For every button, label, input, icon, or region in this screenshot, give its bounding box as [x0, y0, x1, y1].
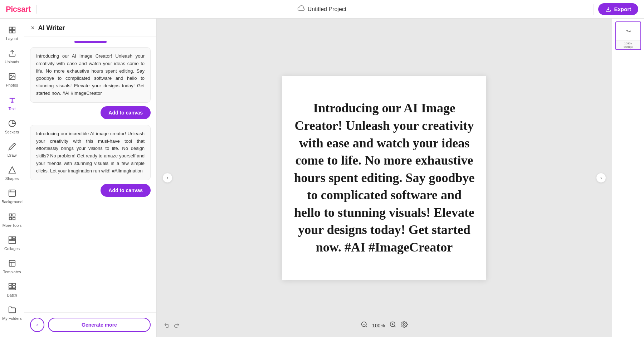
shapes-icon	[7, 165, 17, 175]
panel-close-button[interactable]: ×	[31, 24, 35, 32]
folder-icon	[7, 305, 17, 315]
export-button[interactable]: Export	[598, 3, 638, 15]
svg-rect-2	[9, 30, 11, 33]
svg-rect-0	[9, 27, 11, 30]
zoom-level: 100%	[372, 323, 385, 328]
svg-rect-3	[12, 30, 15, 33]
thumbnail-size-label: 1080x 1080px	[616, 41, 640, 49]
panel-top-bar-pill	[74, 41, 107, 43]
sidebar-label-templates: Templates	[3, 270, 21, 274]
add-canvas-row-1: Add to canvas	[30, 106, 151, 119]
sidebar-label-stickers: Stickers	[5, 130, 19, 135]
sidebar-label-text: Text	[8, 107, 15, 111]
thumbnail-image: Text	[616, 22, 641, 41]
right-panel: Text 1080x 1080px	[612, 19, 644, 337]
zoom-in-button[interactable]	[389, 321, 396, 330]
logo-text: Picsart	[6, 5, 31, 14]
sidebar-item-photos[interactable]: Photos	[0, 68, 24, 91]
sidebar-label-collages: Collages	[4, 246, 20, 251]
svg-line-29	[394, 326, 396, 327]
main-content: Layout Uploads Photos Text Stickers	[0, 19, 644, 337]
sidebar-item-layout[interactable]: Layout	[0, 21, 24, 45]
canvas-board[interactable]: Introducing our AI Image Creator! Unleas…	[282, 76, 486, 280]
sidebar-label-photos: Photos	[6, 83, 18, 88]
panel-footer: ‹ Generate more	[24, 312, 156, 337]
svg-rect-20	[9, 283, 11, 285]
undo-redo-controls	[164, 322, 180, 330]
sidebar-item-batch[interactable]: Batch	[0, 278, 24, 301]
sidebar-item-collages[interactable]: Collages	[0, 231, 24, 255]
result-text-2: Introducing our incredible AI image crea…	[36, 130, 145, 175]
sidebar-item-my-folders[interactable]: My Folders	[0, 301, 24, 324]
svg-point-32	[403, 324, 405, 326]
svg-rect-15	[12, 239, 15, 240]
panel-body: Introducing our AI Image Creator! Unleas…	[24, 36, 156, 312]
layout-icon	[7, 25, 17, 35]
sidebar-label-draw: Draw	[8, 153, 17, 158]
sidebar-label-background: Background	[1, 200, 23, 204]
add-to-canvas-button-2[interactable]: Add to canvas	[101, 184, 151, 197]
sidebar-item-stickers[interactable]: Stickers	[0, 115, 24, 138]
svg-rect-13	[9, 237, 11, 240]
redo-button[interactable]	[173, 322, 180, 330]
undo-button[interactable]	[164, 322, 170, 330]
sidebar-item-background[interactable]: Background	[0, 185, 24, 208]
svg-point-6	[10, 75, 11, 76]
svg-rect-8	[9, 190, 15, 196]
sidebar-label-shapes: Shapes	[5, 176, 19, 181]
templates-icon	[7, 258, 17, 268]
svg-rect-17	[9, 260, 15, 267]
background-icon	[7, 188, 17, 198]
sidebar-item-templates[interactable]: Templates	[0, 255, 24, 278]
svg-rect-22	[9, 286, 11, 288]
cloud-icon	[298, 5, 305, 13]
sidebar-label-my-folders: My Folders	[2, 316, 21, 321]
result-card-1: Introducing our AI Image Creator! Unleas…	[30, 47, 151, 103]
topbar-right: Export	[594, 3, 638, 15]
svg-rect-11	[9, 217, 11, 219]
generate-more-button[interactable]: Generate more	[48, 318, 151, 332]
sidebar-label-layout: Layout	[6, 36, 18, 41]
zoom-out-button[interactable]	[361, 321, 368, 330]
draw-icon	[7, 142, 17, 152]
sidebar-item-draw[interactable]: Draw	[0, 138, 24, 161]
canvas-text: Introducing our AI Image Creator! Unleas…	[293, 99, 475, 256]
svg-line-26	[366, 326, 367, 327]
canvas-settings-button[interactable]	[401, 321, 408, 330]
canvas-arrow-left[interactable]: ‹	[162, 173, 172, 183]
canvas-arrow-right[interactable]: ›	[596, 173, 606, 183]
sidebar-item-uploads[interactable]: Uploads	[0, 45, 24, 68]
photos-icon	[7, 72, 17, 82]
topbar-separator	[594, 4, 594, 15]
project-title[interactable]: Untitled Project	[308, 6, 347, 13]
sidebar-label-uploads: Uploads	[5, 60, 19, 64]
panel-header: × AI Writer	[24, 19, 156, 36]
canvas-area: ‹ Introducing our AI Image Creator! Unle…	[157, 19, 612, 337]
svg-rect-23	[12, 286, 15, 288]
svg-rect-1	[12, 27, 15, 30]
topbar: Picsart Untitled Project Export	[0, 0, 644, 19]
sidebar-icons: Layout Uploads Photos Text Stickers	[0, 19, 24, 337]
sidebar-label-more-tools: More Tools	[3, 223, 22, 228]
sidebar-item-text[interactable]: Text	[0, 92, 24, 115]
logo-area[interactable]: Picsart	[6, 5, 31, 14]
svg-rect-21	[12, 283, 15, 285]
canvas-bottom-controls: 100%	[361, 321, 408, 330]
add-canvas-row-2: Add to canvas	[30, 184, 151, 197]
prev-button[interactable]: ‹	[30, 318, 44, 332]
topbar-center: Untitled Project	[298, 5, 347, 13]
svg-rect-12	[13, 217, 15, 219]
svg-rect-16	[9, 240, 15, 243]
ai-writer-panel: × AI Writer Introducing our AI Image Cre…	[24, 19, 157, 337]
svg-rect-10	[13, 214, 15, 216]
thumbnail-card[interactable]: Text 1080x 1080px	[615, 21, 641, 50]
text-icon	[7, 95, 17, 105]
result-text-1: Introducing our AI Image Creator! Unleas…	[36, 53, 145, 97]
svg-rect-24	[9, 289, 15, 290]
sidebar-item-shapes[interactable]: Shapes	[0, 161, 24, 185]
panel-title: AI Writer	[38, 24, 65, 32]
more-tools-icon	[7, 212, 17, 222]
svg-rect-14	[12, 237, 15, 238]
add-to-canvas-button-1[interactable]: Add to canvas	[101, 106, 151, 119]
sidebar-item-more-tools[interactable]: More Tools	[0, 208, 24, 231]
